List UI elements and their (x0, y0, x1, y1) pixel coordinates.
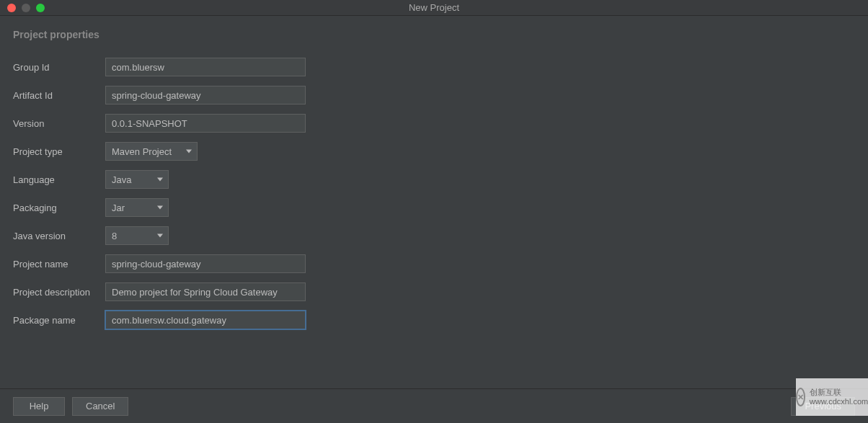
select-language[interactable]: Java (105, 170, 169, 189)
footer-left: Help Cancel (13, 397, 128, 416)
row-project-description: Project description (13, 282, 855, 301)
label-java-version: Java version (13, 231, 105, 241)
footer: Help Cancel Previous (0, 388, 868, 423)
row-java-version: Java version 8 (13, 226, 855, 245)
label-packaging: Packaging (13, 202, 105, 213)
cancel-button[interactable]: Cancel (72, 397, 128, 416)
row-package-name: Package name (13, 311, 855, 329)
watermark-line1: 创新互联 (810, 388, 868, 397)
row-project-type: Project type Maven Project (13, 142, 855, 161)
content-area: Project properties Group Id Artifact Id … (0, 16, 868, 329)
row-packaging: Packaging Jar (13, 198, 855, 217)
select-packaging[interactable]: Jar (105, 198, 169, 217)
label-artifact-id: Artifact Id (13, 90, 105, 101)
label-project-type: Project type (13, 146, 105, 157)
label-version: Version (13, 118, 105, 129)
label-project-description: Project description (13, 287, 105, 298)
section-title: Project properties (13, 29, 855, 40)
row-artifact-id: Artifact Id (13, 86, 855, 104)
input-package-name[interactable] (105, 311, 306, 329)
window-title: New Project (409, 2, 459, 13)
input-project-name[interactable] (105, 254, 306, 273)
label-project-name: Project name (13, 259, 105, 270)
row-language: Language Java (13, 170, 855, 189)
minimize-icon (22, 4, 30, 12)
close-icon[interactable] (7, 4, 16, 12)
maximize-icon[interactable] (36, 4, 45, 12)
select-project-type-value: Maven Project (112, 146, 172, 157)
traffic-lights (0, 4, 45, 12)
label-language: Language (13, 174, 105, 185)
help-button[interactable]: Help (13, 397, 65, 416)
input-artifact-id[interactable] (105, 86, 306, 104)
select-packaging-value: Jar (112, 202, 125, 213)
input-version[interactable] (105, 114, 306, 133)
label-group-id: Group Id (13, 62, 105, 73)
select-language-value: Java (112, 174, 131, 185)
watermark-text: 创新互联 www.cdcxhl.com (810, 388, 868, 406)
input-project-description[interactable] (105, 282, 306, 301)
select-java-version[interactable]: 8 (105, 226, 169, 245)
titlebar: New Project (0, 0, 868, 16)
select-java-version-value: 8 (112, 231, 117, 241)
row-group-id: Group Id (13, 58, 855, 76)
watermark: ✕ 创新互联 www.cdcxhl.com (796, 378, 868, 416)
label-package-name: Package name (13, 315, 105, 326)
select-project-type[interactable]: Maven Project (105, 142, 198, 161)
row-version: Version (13, 114, 855, 133)
watermark-logo-icon: ✕ (796, 388, 805, 406)
watermark-line2: www.cdcxhl.com (810, 397, 868, 406)
input-group-id[interactable] (105, 58, 306, 76)
row-project-name: Project name (13, 254, 855, 273)
